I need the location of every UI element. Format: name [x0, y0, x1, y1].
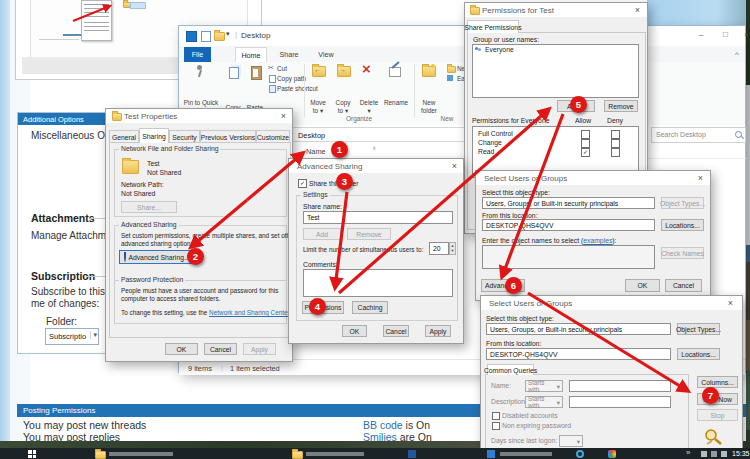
share-this-folder-checkbox[interactable]: ✓ [298, 179, 307, 188]
description-match-select[interactable]: Starts with▾ [525, 396, 563, 408]
close-icon[interactable]: × [698, 174, 703, 183]
qat-properties-icon[interactable] [201, 31, 211, 42]
taskbar-clock[interactable]: 15:35 [732, 450, 750, 457]
paste-shortcut-button[interactable]: Paste shortcut [277, 85, 318, 92]
minimize-icon[interactable]: – [699, 30, 703, 39]
close-icon[interactable]: × [635, 6, 640, 15]
from-location-field[interactable]: DESKTOP-QHS4QVV [482, 219, 655, 231]
tab-common-queries[interactable]: Common Queries [487, 364, 534, 375]
delete-button[interactable]: Delete [355, 99, 383, 106]
description-input[interactable] [569, 396, 671, 408]
tab-share-permissions[interactable]: Share Permissions [467, 20, 519, 33]
ok-button[interactable]: OK [165, 343, 198, 355]
remove-button[interactable]: Remove [604, 100, 638, 112]
cut-button[interactable]: Cut [277, 65, 287, 72]
close-icon[interactable]: × [744, 30, 749, 39]
ok-button[interactable]: OK [342, 325, 367, 337]
cancel-button[interactable]: Cancel [665, 279, 702, 292]
locations-button[interactable]: Locations... [661, 219, 704, 231]
object-names-textarea[interactable] [482, 245, 655, 269]
advanced-sharing-button[interactable]: Advanced Sharing... [119, 250, 195, 264]
taskbar-app-icon[interactable] [487, 450, 495, 458]
object-type-field[interactable]: Users, Groups, or Built-in security prin… [482, 197, 655, 209]
subscription-folder-select[interactable]: Subscriptio ▾ [45, 328, 99, 345]
search-box[interactable]: Search Desktop [651, 127, 746, 143]
ribbon-collapse-icon[interactable]: ^ [735, 50, 739, 59]
check-names-button[interactable]: Check Names [661, 247, 704, 259]
taskbar-office-icon[interactable] [608, 450, 616, 458]
spinner-down-icon[interactable]: ▼ [450, 248, 455, 253]
add-share-button[interactable]: Add [303, 228, 341, 240]
perm-read-deny-checkbox[interactable] [611, 148, 620, 157]
non-expiring-checkbox[interactable] [492, 422, 500, 430]
taskbar-app-icon[interactable] [408, 450, 416, 458]
object-type-field[interactable]: Users, Groups, or Built-in security prin… [486, 323, 671, 335]
tab-home[interactable]: Home [235, 47, 267, 63]
copy-to-button[interactable]: Copy [330, 99, 356, 106]
name-match-select[interactable]: Starts with▾ [525, 380, 563, 392]
perm-fullcontrol-allow-checkbox[interactable] [581, 130, 590, 139]
pin-button[interactable]: Pin to Quick [180, 99, 222, 106]
column-header-name[interactable]: Name [306, 147, 326, 156]
taskbar-browser-icon[interactable] [576, 450, 584, 458]
stop-button[interactable]: Stop [697, 409, 738, 421]
disabled-accounts-checkbox[interactable] [492, 412, 500, 420]
network-sharing-center-link[interactable]: Network and Sharing Center [209, 309, 289, 316]
move-to-button[interactable]: Move [305, 99, 331, 106]
tab-file[interactable]: File [184, 47, 211, 62]
qat-folder-icon[interactable] [214, 32, 225, 41]
tab-view[interactable]: View [312, 47, 340, 62]
perm-change-deny-checkbox[interactable] [611, 139, 620, 148]
select-users-dialog-2: Select Users or Groups × Select this obj… [480, 295, 743, 449]
apply-button[interactable]: Apply [243, 343, 276, 355]
copy-path-button[interactable]: Copy path [277, 75, 306, 82]
bb-code-link[interactable]: BB code [363, 419, 403, 431]
columns-button[interactable]: Columns... [697, 376, 738, 388]
limit-users-spinner[interactable]: 20 [429, 242, 449, 255]
share-name-field[interactable]: Test [303, 211, 453, 224]
tab-sharing[interactable]: Sharing [139, 128, 169, 143]
from-location-field[interactable]: DESKTOP-QHS4QVV [486, 348, 671, 360]
days-since-logon-select[interactable]: ▾ [559, 435, 583, 447]
non-expiring-label: Non expiring password [502, 422, 571, 429]
network-path-label: Network Path: [121, 181, 164, 188]
examples-link[interactable]: examples [583, 237, 612, 244]
perm-change-allow-checkbox[interactable] [581, 139, 590, 148]
user-row-everyone[interactable]: Everyone [474, 46, 594, 54]
comments-textarea[interactable] [303, 269, 453, 297]
rename-button[interactable]: Rename [381, 99, 411, 106]
name-input[interactable] [569, 380, 671, 392]
taskbar-folder-icon[interactable] [95, 451, 106, 459]
perm-fullcontrol-deny-checkbox[interactable] [611, 130, 620, 139]
cancel-button[interactable]: Cancel [383, 325, 409, 337]
tray-icon[interactable] [721, 451, 727, 457]
remove-share-button[interactable]: Remove [347, 228, 391, 240]
maximize-icon[interactable]: □ [723, 30, 728, 39]
object-types-button[interactable]: Object Types... [677, 323, 720, 335]
properties-title-icon [112, 113, 122, 121]
breadcrumb-desktop[interactable]: Desktop [298, 131, 325, 140]
chevron-down-icon: ▾ [557, 383, 560, 390]
spinner-buttons[interactable]: ▲ ▼ [449, 242, 456, 255]
tray-overflow-icon[interactable]: » [686, 448, 690, 457]
share-button[interactable]: Share... [121, 201, 177, 213]
start-button[interactable] [28, 450, 36, 458]
qat-dropdown-icon[interactable]: ▾ [226, 30, 230, 38]
ok-button[interactable]: OK [625, 279, 660, 292]
cancel-button[interactable]: Cancel [204, 343, 237, 355]
caching-button[interactable]: Caching [352, 301, 388, 314]
tab-share[interactable]: Share [274, 47, 304, 62]
share-item-name: Test [147, 160, 159, 167]
close-icon[interactable]: × [281, 112, 286, 121]
close-icon[interactable]: × [728, 299, 733, 308]
taskbar-folder-icon[interactable] [292, 451, 303, 459]
object-types-button[interactable]: Object Types... [661, 197, 704, 209]
locations-button[interactable]: Locations... [677, 348, 720, 360]
tray-icon[interactable] [711, 451, 717, 457]
apply-button[interactable]: Apply [425, 325, 451, 337]
close-icon[interactable]: × [452, 162, 457, 171]
new-folder-button[interactable]: New [415, 99, 443, 106]
move-to-line2: to ▾ [305, 107, 331, 115]
perm-read-allow-checkbox[interactable]: ✓ [581, 148, 590, 157]
tray-icon[interactable] [701, 451, 707, 457]
